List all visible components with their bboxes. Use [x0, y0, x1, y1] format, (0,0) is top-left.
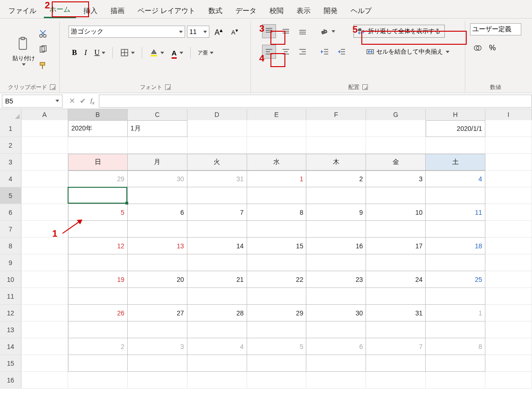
clipboard-dialog-launcher[interactable]: [50, 84, 55, 90]
cell[interactable]: [366, 221, 426, 238]
cell[interactable]: [485, 171, 532, 187]
cell[interactable]: 26: [68, 305, 128, 321]
cell[interactable]: [485, 271, 532, 288]
alignment-dialog-launcher[interactable]: [362, 84, 368, 90]
cell[interactable]: 6: [306, 338, 366, 355]
cell[interactable]: [21, 338, 68, 355]
menu-developer[interactable]: 開発: [318, 3, 343, 18]
cell[interactable]: [485, 372, 532, 389]
cell[interactable]: 火: [187, 154, 247, 171]
cell[interactable]: [21, 137, 68, 154]
cell[interactable]: 27: [128, 305, 187, 321]
cell[interactable]: [306, 254, 366, 271]
cell[interactable]: 1: [426, 305, 485, 321]
row-header-3[interactable]: 3: [0, 154, 21, 171]
row-header-13[interactable]: 13: [0, 321, 21, 338]
cell[interactable]: [485, 338, 532, 355]
cell[interactable]: 2: [68, 338, 128, 355]
cell[interactable]: 29: [247, 305, 307, 321]
cell[interactable]: [21, 204, 68, 221]
cell[interactable]: 22: [247, 271, 307, 288]
row-header-15[interactable]: 15: [0, 355, 21, 372]
cell[interactable]: 16: [306, 238, 366, 254]
cell[interactable]: 月: [128, 154, 187, 171]
cell[interactable]: 17: [366, 238, 426, 254]
row-header-9[interactable]: 9: [0, 254, 21, 271]
increase-indent-button[interactable]: [335, 45, 349, 59]
decrease-indent-button[interactable]: [318, 45, 332, 59]
cell[interactable]: [21, 171, 68, 187]
col-header-F[interactable]: F: [306, 109, 366, 120]
cell[interactable]: [306, 372, 366, 389]
cell[interactable]: [247, 372, 307, 389]
cell[interactable]: [187, 372, 247, 389]
cell[interactable]: [128, 221, 187, 238]
cell[interactable]: [426, 187, 485, 204]
cell[interactable]: [485, 254, 532, 271]
fill-color-button[interactable]: [147, 46, 166, 60]
cell[interactable]: [187, 137, 247, 154]
cell[interactable]: 9: [306, 204, 366, 221]
cell[interactable]: [21, 372, 68, 389]
cell[interactable]: [485, 154, 532, 171]
cell[interactable]: 4: [187, 338, 247, 355]
col-header-G[interactable]: G: [366, 109, 426, 120]
cell[interactable]: [68, 355, 128, 372]
cell[interactable]: [485, 321, 532, 338]
cell[interactable]: [128, 137, 187, 154]
cell[interactable]: [187, 187, 247, 204]
row-header-2[interactable]: 2: [0, 137, 21, 154]
align-bottom-button[interactable]: [296, 24, 310, 38]
cell[interactable]: [68, 321, 128, 338]
cell[interactable]: 25: [426, 271, 485, 288]
cell[interactable]: 金: [366, 154, 426, 171]
font-name-combo[interactable]: 游ゴシック: [69, 26, 185, 38]
cell[interactable]: [21, 321, 68, 338]
font-color-button[interactable]: A: [169, 47, 186, 59]
cell[interactable]: [21, 355, 68, 372]
cell[interactable]: 8: [247, 204, 307, 221]
cell[interactable]: [21, 305, 68, 321]
cell[interactable]: [366, 372, 426, 389]
phonetic-guide-button[interactable]: ア亜: [195, 48, 216, 57]
number-format-combo[interactable]: ユーザー定義: [470, 23, 521, 35]
cell[interactable]: [247, 221, 307, 238]
row-header-5[interactable]: 5: [0, 187, 21, 204]
cell[interactable]: 10: [366, 204, 426, 221]
col-header-C[interactable]: C: [128, 109, 187, 120]
select-all-corner[interactable]: [0, 109, 21, 120]
cell[interactable]: [426, 321, 485, 338]
cell[interactable]: [68, 137, 128, 154]
menu-help[interactable]: ヘルプ: [345, 3, 377, 18]
accounting-format-button[interactable]: [471, 41, 485, 55]
cell[interactable]: [128, 288, 187, 305]
cell[interactable]: [485, 204, 532, 221]
cell[interactable]: [366, 254, 426, 271]
cell[interactable]: 12: [68, 238, 128, 254]
italic-button[interactable]: I: [82, 46, 89, 59]
col-header-A[interactable]: A: [21, 109, 68, 120]
cell[interactable]: [485, 305, 532, 321]
cell[interactable]: 3: [128, 338, 187, 355]
col-header-I[interactable]: I: [485, 109, 532, 120]
cell[interactable]: 7: [366, 338, 426, 355]
cell[interactable]: 31: [187, 171, 247, 187]
cell[interactable]: [485, 187, 532, 204]
cell[interactable]: [485, 288, 532, 305]
cell[interactable]: [306, 288, 366, 305]
cell[interactable]: 水: [247, 154, 307, 171]
worksheet[interactable]: ABCDEFGHI12020年1月2020/1/123日月火水木金土429303…: [0, 109, 532, 389]
percent-format-button[interactable]: %: [487, 41, 498, 55]
cell[interactable]: [426, 355, 485, 372]
row-header-8[interactable]: 8: [0, 238, 21, 254]
cell[interactable]: [187, 321, 247, 338]
cell[interactable]: 15: [247, 238, 307, 254]
cell[interactable]: 日: [68, 154, 128, 171]
menu-insert[interactable]: 挿入: [78, 3, 103, 18]
underline-button[interactable]: U: [92, 46, 108, 59]
menu-formulas[interactable]: 数式: [203, 3, 228, 18]
align-right-button[interactable]: [296, 45, 310, 59]
cell[interactable]: [426, 137, 485, 154]
col-header-H[interactable]: H: [426, 109, 485, 120]
cell[interactable]: [68, 372, 128, 389]
